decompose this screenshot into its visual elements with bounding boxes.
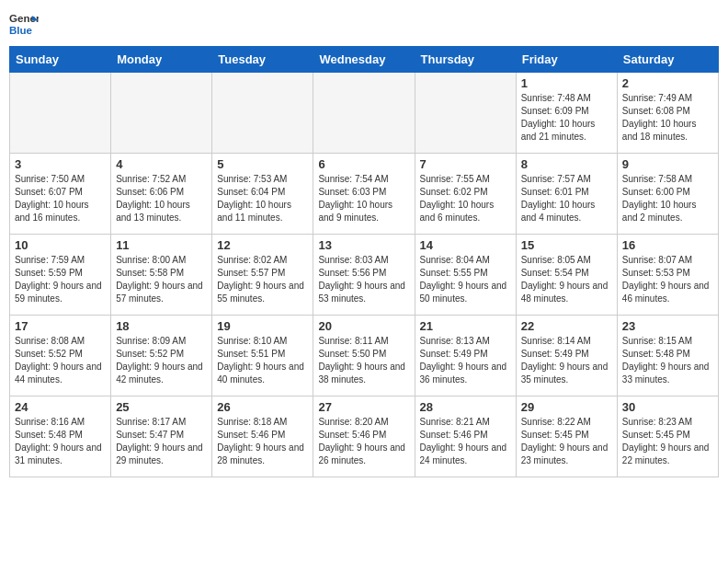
cell-info: Sunrise: 8:13 AMSunset: 5:49 PMDaylight:… <box>420 335 511 386</box>
calendar-cell: 6Sunrise: 7:54 AMSunset: 6:03 PMDaylight… <box>313 154 415 235</box>
day-number: 11 <box>116 238 207 252</box>
cell-info: Sunrise: 8:00 AMSunset: 5:58 PMDaylight:… <box>116 254 207 305</box>
calendar-cell <box>111 73 212 154</box>
calendar-cell: 16Sunrise: 8:07 AMSunset: 5:53 PMDayligh… <box>617 235 718 316</box>
calendar-cell: 11Sunrise: 8:00 AMSunset: 5:58 PMDayligh… <box>111 235 212 316</box>
cell-info: Sunrise: 8:07 AMSunset: 5:53 PMDaylight:… <box>622 254 713 305</box>
weekday-header-sunday: Sunday <box>10 47 111 73</box>
cell-info: Sunrise: 8:17 AMSunset: 5:47 PMDaylight:… <box>116 416 207 467</box>
cell-info: Sunrise: 7:59 AMSunset: 5:59 PMDaylight:… <box>15 254 106 305</box>
day-number: 16 <box>622 238 713 252</box>
day-number: 13 <box>318 238 409 252</box>
calendar-cell: 17Sunrise: 8:08 AMSunset: 5:52 PMDayligh… <box>10 316 111 396</box>
day-number: 20 <box>318 319 409 333</box>
svg-text:Blue: Blue <box>9 25 33 36</box>
cell-info: Sunrise: 8:15 AMSunset: 5:48 PMDaylight:… <box>622 335 713 386</box>
day-number: 29 <box>521 400 612 414</box>
calendar-week-1: 1Sunrise: 7:48 AMSunset: 6:09 PMDaylight… <box>10 73 719 154</box>
day-number: 24 <box>15 400 106 414</box>
calendar-cell: 21Sunrise: 8:13 AMSunset: 5:49 PMDayligh… <box>415 316 516 396</box>
calendar-cell <box>415 73 516 154</box>
day-number: 17 <box>15 319 106 333</box>
cell-info: Sunrise: 8:18 AMSunset: 5:46 PMDaylight:… <box>217 416 308 467</box>
day-number: 5 <box>217 157 308 171</box>
calendar-cell: 24Sunrise: 8:16 AMSunset: 5:48 PMDayligh… <box>10 396 111 477</box>
calendar-cell: 13Sunrise: 8:03 AMSunset: 5:56 PMDayligh… <box>313 235 415 316</box>
calendar-cell: 27Sunrise: 8:20 AMSunset: 5:46 PMDayligh… <box>313 396 415 477</box>
day-number: 28 <box>420 400 511 414</box>
weekday-header-friday: Friday <box>516 47 617 73</box>
day-number: 18 <box>116 319 207 333</box>
calendar-cell: 28Sunrise: 8:21 AMSunset: 5:46 PMDayligh… <box>415 396 516 477</box>
day-number: 3 <box>15 157 106 171</box>
calendar-cell: 25Sunrise: 8:17 AMSunset: 5:47 PMDayligh… <box>111 396 212 477</box>
calendar-cell: 4Sunrise: 7:52 AMSunset: 6:06 PMDaylight… <box>111 154 212 235</box>
calendar-cell: 23Sunrise: 8:15 AMSunset: 5:48 PMDayligh… <box>617 316 718 396</box>
calendar-week-4: 17Sunrise: 8:08 AMSunset: 5:52 PMDayligh… <box>10 316 719 396</box>
cell-info: Sunrise: 7:52 AMSunset: 6:06 PMDaylight:… <box>116 173 207 224</box>
calendar-cell: 18Sunrise: 8:09 AMSunset: 5:52 PMDayligh… <box>111 316 212 396</box>
calendar-cell: 26Sunrise: 8:18 AMSunset: 5:46 PMDayligh… <box>212 396 313 477</box>
day-number: 8 <box>521 157 612 171</box>
day-number: 25 <box>116 400 207 414</box>
calendar-week-3: 10Sunrise: 7:59 AMSunset: 5:59 PMDayligh… <box>10 235 719 316</box>
calendar-cell: 7Sunrise: 7:55 AMSunset: 6:02 PMDaylight… <box>415 154 516 235</box>
weekday-header-tuesday: Tuesday <box>212 47 313 73</box>
weekday-header-saturday: Saturday <box>617 47 718 73</box>
calendar-cell: 1Sunrise: 7:48 AMSunset: 6:09 PMDaylight… <box>516 73 617 154</box>
calendar-cell: 22Sunrise: 8:14 AMSunset: 5:49 PMDayligh… <box>516 316 617 396</box>
logo: General Blue <box>9 9 39 39</box>
day-number: 4 <box>116 157 207 171</box>
cell-info: Sunrise: 7:48 AMSunset: 6:09 PMDaylight:… <box>521 92 612 144</box>
day-number: 26 <box>217 400 308 414</box>
day-number: 10 <box>15 238 106 252</box>
day-number: 12 <box>217 238 308 252</box>
calendar-cell: 19Sunrise: 8:10 AMSunset: 5:51 PMDayligh… <box>212 316 313 396</box>
calendar-cell: 20Sunrise: 8:11 AMSunset: 5:50 PMDayligh… <box>313 316 415 396</box>
day-number: 22 <box>521 319 612 333</box>
weekday-header-wednesday: Wednesday <box>313 47 415 73</box>
day-number: 6 <box>318 157 409 171</box>
calendar-table: SundayMondayTuesdayWednesdayThursdayFrid… <box>9 46 719 477</box>
calendar-cell: 2Sunrise: 7:49 AMSunset: 6:08 PMDaylight… <box>617 73 718 154</box>
cell-info: Sunrise: 8:23 AMSunset: 5:45 PMDaylight:… <box>622 416 713 467</box>
day-number: 23 <box>622 319 713 333</box>
cell-info: Sunrise: 8:05 AMSunset: 5:54 PMDaylight:… <box>521 254 612 305</box>
calendar-cell: 5Sunrise: 7:53 AMSunset: 6:04 PMDaylight… <box>212 154 313 235</box>
logo-icon: General Blue <box>9 9 39 39</box>
cell-info: Sunrise: 8:21 AMSunset: 5:46 PMDaylight:… <box>420 416 511 467</box>
day-number: 1 <box>521 76 612 90</box>
weekday-header-monday: Monday <box>111 47 212 73</box>
day-number: 27 <box>318 400 409 414</box>
cell-info: Sunrise: 7:53 AMSunset: 6:04 PMDaylight:… <box>217 173 308 224</box>
calendar-cell <box>212 73 313 154</box>
cell-info: Sunrise: 7:58 AMSunset: 6:00 PMDaylight:… <box>622 173 713 224</box>
day-number: 9 <box>622 157 713 171</box>
cell-info: Sunrise: 7:49 AMSunset: 6:08 PMDaylight:… <box>622 92 713 144</box>
day-number: 19 <box>217 319 308 333</box>
cell-info: Sunrise: 7:54 AMSunset: 6:03 PMDaylight:… <box>318 173 409 224</box>
cell-info: Sunrise: 8:10 AMSunset: 5:51 PMDaylight:… <box>217 335 308 386</box>
cell-info: Sunrise: 8:22 AMSunset: 5:45 PMDaylight:… <box>521 416 612 467</box>
calendar-cell: 29Sunrise: 8:22 AMSunset: 5:45 PMDayligh… <box>516 396 617 477</box>
cell-info: Sunrise: 8:04 AMSunset: 5:55 PMDaylight:… <box>420 254 511 305</box>
calendar-week-2: 3Sunrise: 7:50 AMSunset: 6:07 PMDaylight… <box>10 154 719 235</box>
day-number: 30 <box>622 400 713 414</box>
cell-info: Sunrise: 8:20 AMSunset: 5:46 PMDaylight:… <box>318 416 409 467</box>
page-header: General Blue <box>9 9 719 39</box>
cell-info: Sunrise: 8:16 AMSunset: 5:48 PMDaylight:… <box>15 416 106 467</box>
calendar-cell: 10Sunrise: 7:59 AMSunset: 5:59 PMDayligh… <box>10 235 111 316</box>
calendar-cell: 8Sunrise: 7:57 AMSunset: 6:01 PMDaylight… <box>516 154 617 235</box>
calendar-cell: 14Sunrise: 8:04 AMSunset: 5:55 PMDayligh… <box>415 235 516 316</box>
cell-info: Sunrise: 8:11 AMSunset: 5:50 PMDaylight:… <box>318 335 409 386</box>
calendar-cell <box>10 73 111 154</box>
cell-info: Sunrise: 7:50 AMSunset: 6:07 PMDaylight:… <box>15 173 106 224</box>
cell-info: Sunrise: 8:03 AMSunset: 5:56 PMDaylight:… <box>318 254 409 305</box>
calendar-cell: 9Sunrise: 7:58 AMSunset: 6:00 PMDaylight… <box>617 154 718 235</box>
calendar-cell: 30Sunrise: 8:23 AMSunset: 5:45 PMDayligh… <box>617 396 718 477</box>
cell-info: Sunrise: 8:09 AMSunset: 5:52 PMDaylight:… <box>116 335 207 386</box>
cell-info: Sunrise: 8:02 AMSunset: 5:57 PMDaylight:… <box>217 254 308 305</box>
day-number: 14 <box>420 238 511 252</box>
day-number: 15 <box>521 238 612 252</box>
weekday-header-thursday: Thursday <box>415 47 516 73</box>
